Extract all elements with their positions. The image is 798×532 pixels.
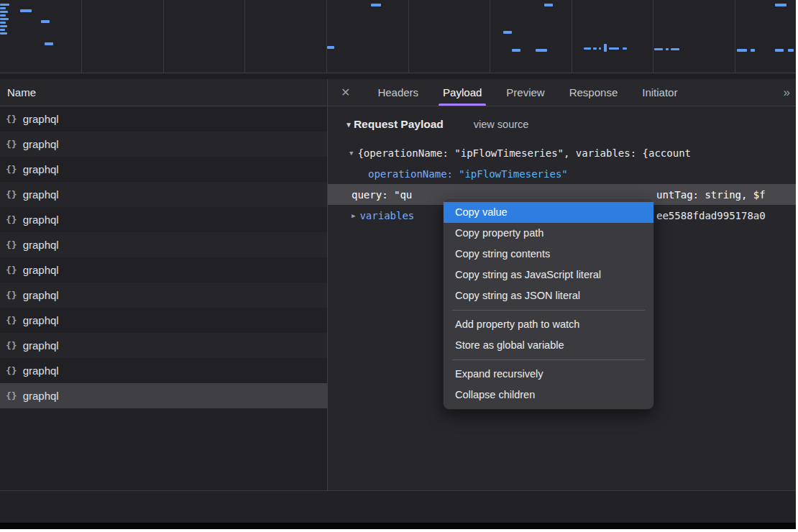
tab-response[interactable]: Response xyxy=(561,79,627,106)
request-timing-bar xyxy=(544,4,553,6)
json-braces-icon: {} xyxy=(6,265,17,275)
request-name: graphql xyxy=(23,364,59,377)
window-bottom-bar xyxy=(0,523,796,529)
request-timing-bar xyxy=(371,4,381,6)
timeline-gridline xyxy=(572,0,572,73)
request-name: graphql xyxy=(23,390,59,402)
request-timing-bar xyxy=(0,14,6,17)
timeline-gridline xyxy=(653,0,653,73)
payload-root-line[interactable]: ▼ {operationName: "ipFlowTimeseries", va… xyxy=(328,142,796,163)
json-key: variables xyxy=(359,210,414,221)
menu-item-copy-property-path[interactable]: Copy property path xyxy=(444,223,653,244)
menu-divider xyxy=(452,310,645,311)
request-name: graphql xyxy=(23,214,59,226)
tab-preview[interactable]: Preview xyxy=(497,79,553,106)
menu-item-collapse-children[interactable]: Collapse children xyxy=(444,385,653,405)
payload-line-operationname[interactable]: operationName: "ipFlowTimeseries" xyxy=(328,163,796,184)
column-header-name-label: Name xyxy=(7,86,36,98)
menu-item-copy-string-as-javascript-literal[interactable]: Copy string as JavaScript literal xyxy=(444,265,653,285)
request-rows-container: {}graphql{}graphql{}graphql{}graphql{}gr… xyxy=(0,106,327,408)
request-row[interactable]: {}graphql xyxy=(0,383,327,408)
timeline-gridline xyxy=(490,0,490,73)
menu-item-expand-recursively[interactable]: Expand recursively xyxy=(444,364,653,385)
request-timing-bar xyxy=(0,11,8,13)
tab-payload[interactable]: Payload xyxy=(434,79,490,106)
request-row[interactable]: {}graphql xyxy=(0,257,327,283)
json-braces-icon: {} xyxy=(6,189,17,200)
devtools-network-panel: Name {}graphql{}graphql{}graphql{}graphq… xyxy=(0,0,796,523)
collapsed-arrow-icon[interactable]: ▶ xyxy=(352,212,355,219)
json-braces-icon: {} xyxy=(6,139,17,150)
request-timing-bar xyxy=(20,9,32,12)
json-braces-icon: {} xyxy=(6,164,17,175)
request-timing-bar xyxy=(737,49,747,52)
object-preview: {operationName: "ipFlowTimeseries", vari… xyxy=(357,147,691,159)
request-row[interactable]: {}graphql xyxy=(0,132,327,157)
footer-area xyxy=(0,491,796,523)
network-main-area: Name {}graphql{}graphql{}graphql{}graphq… xyxy=(0,79,796,490)
request-timing-bar xyxy=(0,7,6,9)
request-row[interactable]: {}graphql xyxy=(0,182,327,207)
timeline-gridline xyxy=(163,0,164,73)
request-row[interactable]: {}graphql xyxy=(0,333,327,358)
menu-item-store-as-global-variable[interactable]: Store as global variable xyxy=(444,335,653,356)
request-timing-bar xyxy=(609,47,619,50)
request-payload-section-header: ▼ Request Payload view source xyxy=(345,118,528,131)
request-timing-bar xyxy=(599,47,601,50)
tab-headers[interactable]: Headers xyxy=(369,79,427,106)
menu-item-copy-string-as-json-literal[interactable]: Copy string as JSON literal xyxy=(444,285,653,306)
timeline-gridline xyxy=(408,0,409,73)
request-timing-bar xyxy=(775,49,784,52)
menu-item-copy-value[interactable]: Copy value xyxy=(444,202,653,223)
request-name: graphql xyxy=(23,239,59,251)
json-braces-icon: {} xyxy=(6,390,17,401)
json-braces-icon: {} xyxy=(6,114,17,124)
request-timing-bar xyxy=(0,25,7,27)
requests-list-panel: Name {}graphql{}graphql{}graphql{}graphq… xyxy=(0,79,328,490)
json-string-value: "ipFlowTimeseries" xyxy=(459,168,568,180)
request-name: graphql xyxy=(23,138,59,150)
request-timing-bar xyxy=(604,44,607,52)
request-name: graphql xyxy=(23,188,59,201)
request-timing-bar xyxy=(788,49,794,52)
close-icon[interactable]: ✕ xyxy=(341,86,350,99)
json-braces-icon: {} xyxy=(6,315,17,326)
menu-divider xyxy=(452,359,645,360)
request-timing-bar xyxy=(666,48,669,50)
request-timing-bar xyxy=(623,47,627,50)
request-name: graphql xyxy=(23,264,59,276)
json-braces-icon: {} xyxy=(6,239,17,250)
json-braces-icon: {} xyxy=(6,214,17,225)
query-fragment-left: query: "qu xyxy=(352,189,412,201)
request-timing-bar xyxy=(0,22,6,24)
request-timing-bar xyxy=(0,4,9,6)
request-row[interactable]: {}graphql xyxy=(0,283,327,308)
request-row[interactable]: {}graphql xyxy=(0,308,327,333)
devtools-window: Name {}graphql{}graphql{}graphql{}graphq… xyxy=(0,0,798,532)
request-timing-bar xyxy=(503,31,512,34)
request-name: graphql xyxy=(23,339,59,352)
more-tabs-icon[interactable]: » xyxy=(784,86,789,100)
context-menu-items: Copy valueCopy property pathCopy string … xyxy=(444,202,653,405)
request-timing-bar xyxy=(584,47,591,50)
column-header-name[interactable]: Name xyxy=(0,79,327,106)
request-timing-bar xyxy=(512,49,520,52)
context-menu: Copy valueCopy property pathCopy string … xyxy=(444,198,653,409)
menu-item-copy-string-contents[interactable]: Copy string contents xyxy=(444,244,653,265)
request-name: graphql xyxy=(23,314,59,326)
section-collapse-icon[interactable]: ▼ xyxy=(345,121,352,129)
query-fragment-right: untTag: string, $f xyxy=(656,189,766,201)
request-row[interactable]: {}graphql xyxy=(0,157,327,182)
variables-fragment-right: ee5588fdad995178a0 xyxy=(656,210,766,221)
request-row[interactable]: {}graphql xyxy=(0,106,327,132)
view-source-link[interactable]: view source xyxy=(474,119,529,130)
network-overview-timeline[interactable] xyxy=(0,0,796,73)
request-row[interactable]: {}graphql xyxy=(0,207,327,232)
request-timing-bar xyxy=(0,29,5,31)
request-row[interactable]: {}graphql xyxy=(0,232,327,257)
tab-initiator[interactable]: Initiator xyxy=(633,79,686,106)
expand-arrow-icon[interactable]: ▼ xyxy=(349,150,353,157)
timeline-gridline xyxy=(81,0,82,73)
request-row[interactable]: {}graphql xyxy=(0,358,327,383)
menu-item-add-property-path-to-watch[interactable]: Add property path to watch xyxy=(444,314,653,335)
